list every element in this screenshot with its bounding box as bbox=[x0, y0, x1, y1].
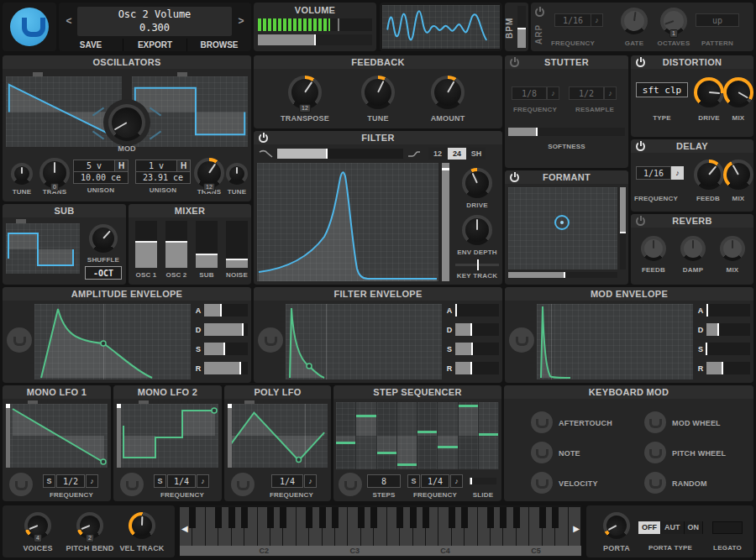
osc2-unison-voices[interactable]: 1 v bbox=[135, 160, 177, 172]
sequencer-step[interactable] bbox=[377, 402, 397, 469]
legato-toggle[interactable] bbox=[712, 521, 743, 534]
sequencer-step[interactable] bbox=[479, 402, 499, 469]
arp-frequency-value[interactable]: 1/16 bbox=[554, 13, 591, 27]
mod-wheel-mod-source-button[interactable] bbox=[644, 411, 666, 433]
sub-octave-button[interactable]: -OCT bbox=[85, 266, 122, 280]
osc1-tune-knob[interactable] bbox=[11, 163, 33, 185]
filter-response-display[interactable] bbox=[257, 163, 438, 281]
delay-note-sync-icon[interactable]: ♪ bbox=[671, 166, 684, 180]
osc1-unison-voices[interactable]: 5 v bbox=[73, 160, 115, 172]
black-key[interactable] bbox=[552, 507, 559, 528]
osc1-waveform-display[interactable] bbox=[6, 76, 122, 147]
lfo2-note-sync-icon[interactable]: ♪ bbox=[197, 474, 209, 488]
amp-env-mod-source-button[interactable] bbox=[7, 327, 32, 353]
keyboard-scroll-right-icon[interactable]: ▶ bbox=[573, 524, 580, 533]
amp-attack-slider[interactable] bbox=[204, 304, 248, 317]
random-mod-source-button[interactable] bbox=[644, 472, 666, 494]
black-key[interactable] bbox=[487, 507, 494, 528]
lfo1-waveform-display[interactable] bbox=[6, 404, 108, 468]
delay-frequency-value[interactable]: 1/16 bbox=[636, 166, 671, 180]
filter-resonance-slider[interactable] bbox=[442, 163, 449, 281]
poly-lfo-mod-source-button[interactable] bbox=[231, 473, 255, 496]
step-seq-slide-slider[interactable] bbox=[470, 478, 496, 484]
osc2-harmonize-button[interactable]: H bbox=[176, 160, 191, 172]
porta-knob[interactable] bbox=[603, 512, 630, 539]
formant-power-icon[interactable] bbox=[510, 173, 519, 182]
porta-off-button[interactable]: OFF bbox=[638, 521, 661, 534]
keyboard-scroll-left-icon[interactable]: ◀ bbox=[181, 524, 188, 533]
patch-display[interactable]: Osc 2 Volume 0.300 bbox=[77, 7, 232, 36]
filter-attack-slider[interactable] bbox=[455, 304, 499, 317]
bpm-slider[interactable] bbox=[517, 6, 526, 48]
black-key[interactable] bbox=[267, 507, 274, 528]
amp-envelope-display[interactable] bbox=[34, 304, 191, 379]
volume-slider[interactable] bbox=[258, 34, 372, 45]
black-key[interactable] bbox=[500, 507, 507, 528]
sequencer-step[interactable] bbox=[438, 402, 458, 469]
mod-attack-slider[interactable] bbox=[706, 304, 750, 317]
black-key[interactable] bbox=[319, 507, 326, 528]
mod-env-mod-source-button[interactable] bbox=[509, 327, 534, 353]
filter-cutoff-slider[interactable] bbox=[277, 149, 403, 159]
filter-key-track-slider[interactable] bbox=[455, 264, 499, 266]
lfo2-waveform-display[interactable] bbox=[117, 404, 218, 468]
formant-xy-handle[interactable] bbox=[554, 215, 570, 230]
step-seq-note-sync-icon[interactable]: ♪ bbox=[450, 474, 463, 488]
reverb-mix-knob[interactable] bbox=[720, 236, 745, 261]
lfo2-amplitude-slider[interactable] bbox=[117, 404, 121, 468]
porta-auto-button[interactable]: AUT bbox=[661, 521, 685, 534]
vel-track-knob[interactable] bbox=[129, 512, 155, 539]
reverb-power-icon[interactable] bbox=[636, 217, 645, 226]
arp-note-sync-icon[interactable]: ♪ bbox=[591, 13, 603, 27]
porta-on-button[interactable]: ON bbox=[685, 521, 704, 534]
feedback-transpose-knob[interactable]: 12 bbox=[288, 76, 322, 109]
stutter-resample-note-icon[interactable]: ♪ bbox=[604, 86, 617, 100]
reverb-damp-knob[interactable] bbox=[680, 236, 706, 261]
lfo1-frequency-value[interactable]: 1/2 bbox=[56, 474, 85, 488]
filter-env-depth-knob[interactable] bbox=[462, 215, 492, 245]
stutter-resample-value[interactable]: 1/2 bbox=[569, 86, 604, 100]
patch-next-button[interactable]: > bbox=[234, 11, 248, 31]
black-key[interactable] bbox=[449, 507, 455, 528]
browse-button[interactable]: BROWSE bbox=[187, 39, 251, 51]
black-key[interactable] bbox=[370, 507, 377, 528]
sequencer-step[interactable] bbox=[417, 402, 438, 469]
poly-lfo-frequency-value[interactable]: 1/4 bbox=[271, 474, 303, 488]
distortion-mix-knob[interactable] bbox=[723, 77, 753, 107]
feedback-amount-knob[interactable] bbox=[431, 76, 465, 109]
lfo2-mod-source-button[interactable] bbox=[120, 473, 144, 496]
formant-y-slider[interactable] bbox=[620, 187, 626, 270]
osc1-harmonize-button[interactable]: H bbox=[114, 160, 129, 172]
osc1-transpose-knob[interactable]: 0 bbox=[39, 158, 70, 188]
filter-release-slider[interactable] bbox=[455, 362, 499, 374]
filter-env-mod-source-button[interactable] bbox=[258, 327, 283, 353]
lfo1-seconds-button[interactable]: S bbox=[43, 474, 55, 488]
osc2-waveform-display[interactable] bbox=[132, 76, 248, 147]
lfo1-amplitude-slider[interactable] bbox=[6, 404, 10, 468]
osc2-transpose-knob[interactable]: 12 bbox=[194, 158, 224, 188]
lfo2-seconds-button[interactable]: S bbox=[154, 474, 166, 488]
poly-lfo-waveform-display[interactable] bbox=[228, 404, 328, 468]
osc2-tune-knob[interactable] bbox=[226, 163, 248, 185]
mod-decay-slider[interactable] bbox=[706, 323, 750, 336]
lfo1-mod-source-button[interactable] bbox=[9, 473, 33, 496]
sequencer-step[interactable] bbox=[356, 402, 376, 469]
lfo2-frequency-value[interactable]: 1/4 bbox=[167, 474, 196, 488]
black-key[interactable] bbox=[410, 507, 417, 528]
black-key[interactable] bbox=[513, 507, 520, 528]
stutter-frequency-note-icon[interactable]: ♪ bbox=[547, 86, 559, 100]
step-seq-steps-value[interactable]: 8 bbox=[367, 474, 401, 488]
sub-waveform-display[interactable] bbox=[6, 223, 80, 274]
mixer-sub-slider[interactable] bbox=[196, 221, 218, 268]
arp-power-icon[interactable] bbox=[535, 8, 544, 17]
black-key[interactable] bbox=[241, 507, 248, 528]
black-key[interactable] bbox=[539, 507, 546, 528]
step-sequencer-display[interactable] bbox=[336, 402, 499, 469]
lfo1-note-sync-icon[interactable]: ♪ bbox=[86, 474, 98, 488]
sequencer-step[interactable] bbox=[397, 402, 417, 469]
save-button[interactable]: SAVE bbox=[59, 39, 123, 51]
filter-envelope-display[interactable] bbox=[286, 304, 442, 379]
mod-release-slider[interactable] bbox=[706, 362, 750, 374]
keyboard-keys[interactable] bbox=[180, 507, 581, 546]
filter-24db-button[interactable]: 24 bbox=[448, 148, 466, 160]
